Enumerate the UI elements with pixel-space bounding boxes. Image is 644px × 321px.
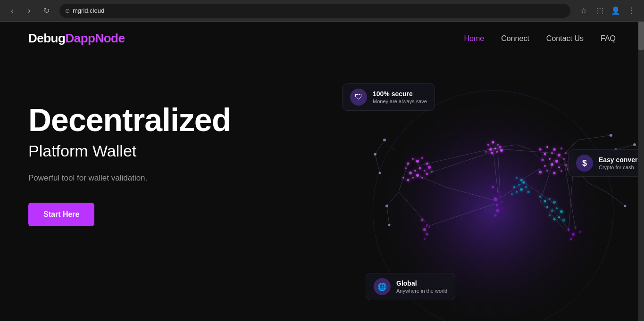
- svg-point-91: [560, 210, 563, 213]
- back-button[interactable]: ‹: [6, 4, 19, 17]
- address-bar[interactable]: ⊙ mgrid.cloud: [59, 4, 570, 18]
- svg-point-47: [553, 148, 556, 151]
- bookmark-button[interactable]: ☆: [577, 4, 590, 17]
- nav-home[interactable]: Home: [464, 34, 485, 42]
- svg-point-55: [555, 160, 558, 163]
- svg-point-72: [579, 231, 581, 233]
- svg-point-45: [539, 148, 542, 151]
- svg-point-18: [426, 173, 428, 175]
- site-logo[interactable]: DebugDappNode: [28, 31, 125, 46]
- svg-point-36: [492, 186, 494, 189]
- svg-point-90: [556, 207, 558, 209]
- svg-point-65: [553, 172, 556, 174]
- svg-point-81: [520, 188, 523, 191]
- svg-point-25: [424, 238, 426, 240]
- menu-button[interactable]: ⋮: [625, 4, 638, 17]
- svg-point-95: [562, 219, 565, 222]
- svg-point-134: [374, 153, 376, 156]
- svg-point-54: [549, 158, 551, 160]
- svg-point-9: [414, 170, 416, 172]
- svg-point-140: [624, 205, 627, 207]
- svg-point-44: [494, 214, 497, 217]
- svg-point-133: [383, 139, 386, 141]
- svg-point-87: [553, 201, 556, 204]
- reload-button[interactable]: ↻: [40, 4, 53, 17]
- svg-point-43: [502, 207, 503, 209]
- svg-point-23: [428, 226, 430, 228]
- main-nav: Home Connect Contact Us FAQ: [464, 34, 616, 43]
- lock-icon: ⊙: [65, 8, 70, 14]
- globe-area: 🛡 100% secure Money are always save $ Ea…: [304, 41, 644, 321]
- svg-point-66: [560, 170, 562, 172]
- svg-point-3: [412, 158, 414, 160]
- scrollbar[interactable]: [638, 22, 644, 321]
- badge-conversions: $ Easy conversions Crypto for cash: [568, 149, 644, 177]
- badge-global-subtitle: Anywhere in the world: [396, 288, 447, 294]
- svg-line-129: [375, 140, 385, 154]
- badge-conversions-title: Easy conversions: [599, 156, 644, 164]
- svg-point-27: [492, 141, 494, 144]
- badge-secure-title: 100% secure: [373, 90, 427, 98]
- svg-point-73: [570, 238, 572, 240]
- svg-point-12: [428, 166, 431, 169]
- svg-point-135: [379, 172, 381, 174]
- svg-point-46: [546, 146, 548, 148]
- globe-icon: 🌐: [374, 278, 391, 295]
- svg-line-124: [616, 145, 635, 149]
- svg-point-63: [539, 171, 542, 173]
- svg-point-141: [610, 134, 612, 137]
- svg-point-83: [527, 191, 530, 193]
- svg-point-49: [544, 153, 546, 156]
- site-header: DebugDappNode Home Connect Contact Us FA…: [0, 22, 644, 55]
- nav-faq[interactable]: FAQ: [601, 34, 616, 42]
- nav-connect[interactable]: Connect: [501, 34, 529, 42]
- svg-point-34: [496, 151, 498, 153]
- svg-point-74: [516, 177, 518, 179]
- shield-icon: 🛡: [350, 89, 367, 106]
- dollar-icon: $: [576, 155, 593, 172]
- svg-point-39: [499, 195, 501, 197]
- svg-point-22: [423, 228, 426, 231]
- svg-point-137: [388, 224, 391, 226]
- start-here-button[interactable]: Start Here: [28, 203, 94, 226]
- svg-point-48: [560, 148, 562, 149]
- badge-conversions-text: Easy conversions Crypto for cash: [599, 156, 644, 170]
- nav-contact[interactable]: Contact Us: [546, 34, 584, 42]
- badge-global-title: Global: [396, 280, 447, 287]
- svg-point-28: [497, 144, 499, 146]
- svg-point-138: [633, 143, 636, 146]
- site-wrapper: DebugDappNode Home Connect Contact Us FA…: [0, 22, 644, 321]
- svg-point-60: [558, 166, 560, 168]
- badge-conversions-subtitle: Crypto for cash: [599, 165, 644, 170]
- forward-button[interactable]: ›: [23, 4, 36, 17]
- svg-point-38: [494, 198, 497, 200]
- svg-point-24: [426, 233, 428, 236]
- badge-global: 🌐 Global Anywhere in the world: [366, 273, 455, 300]
- hero-title-sub: Platform Wallet: [28, 141, 264, 161]
- extensions-button[interactable]: ⬚: [593, 4, 606, 17]
- svg-point-8: [409, 172, 412, 174]
- badge-secure: 🛡 100% secure Money are always save: [342, 83, 435, 111]
- svg-point-11: [424, 170, 426, 172]
- svg-point-80: [516, 191, 518, 193]
- badge-secure-subtitle: Money are always save: [373, 99, 427, 104]
- svg-point-64: [546, 170, 548, 172]
- svg-point-78: [513, 186, 515, 188]
- svg-point-92: [549, 214, 551, 216]
- svg-point-4: [416, 160, 419, 163]
- svg-point-85: [544, 200, 546, 203]
- logo-dapp: DappNode: [65, 31, 125, 45]
- svg-point-58: [544, 165, 546, 167]
- svg-point-84: [539, 196, 541, 198]
- logo-debug: Debug: [28, 31, 65, 45]
- badge-secure-text: 100% secure Money are always save: [373, 90, 427, 104]
- svg-point-41: [501, 201, 502, 203]
- svg-point-82: [511, 193, 513, 195]
- profile-button[interactable]: 👤: [609, 4, 622, 17]
- svg-point-10: [419, 167, 421, 170]
- hero-description: Powerful tool for wallet validation.: [28, 172, 264, 184]
- browser-chrome: ‹ › ↻ ⊙ mgrid.cloud ☆ ⬚ 👤 ⋮: [0, 0, 644, 22]
- url-text: mgrid.cloud: [73, 7, 104, 14]
- svg-point-32: [485, 151, 487, 153]
- svg-point-79: [525, 186, 527, 189]
